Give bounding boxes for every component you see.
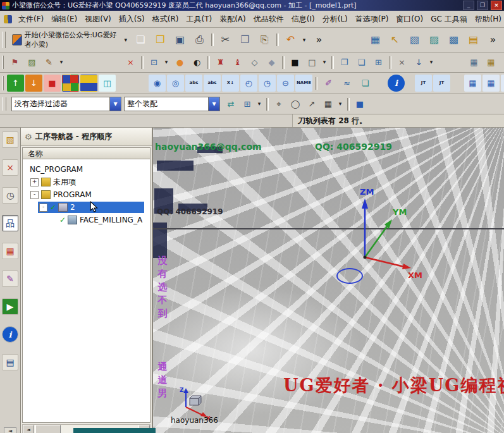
sheet-grid-icon-3[interactable]: ▦ [500, 54, 504, 70]
combo-arrow-icon[interactable]: ▼ [208, 97, 219, 111]
wireframe-cube-icon[interactable]: ◇ [247, 54, 262, 70]
close-button[interactable]: × [491, 1, 502, 10]
blue-cube-icon[interactable]: ■ [352, 97, 367, 112]
menu-item-gc-toolbox[interactable]: GC 工具箱 [427, 13, 471, 26]
window-new-icon[interactable]: ⊞ [371, 54, 386, 70]
toolbar-grip[interactable] [3, 76, 4, 90]
arrow-dropdown[interactable]: ▾ [427, 54, 436, 70]
scroll-left-button[interactable]: ◄ [23, 425, 34, 433]
operation-navigator-icon[interactable]: 品 [2, 215, 18, 231]
window-titlebar[interactable]: 小梁微信公众号：UG爱好者小梁 QQ406592919 废菜员二代 haoyua… [0, 0, 504, 11]
copy-icon[interactable]: ❐ [236, 31, 254, 49]
green-up-arrow-icon[interactable]: ↑ [7, 75, 24, 92]
info-circle-icon[interactable]: i [388, 75, 405, 92]
wave-icon[interactable]: ≈ [338, 75, 355, 92]
stamp-icon[interactable]: ⚑ [7, 54, 23, 70]
window-cascade-icon[interactable]: ❐ [336, 54, 352, 70]
selection-filter-combo[interactable]: 没有选择过滤器 ▼ [11, 97, 121, 111]
dot-grid-icon-2[interactable]: ▦ [482, 75, 500, 92]
render-sphere-icon[interactable]: ● [172, 54, 188, 70]
display-monitor-icon[interactable]: ⊡ [146, 54, 162, 70]
red-square-icon[interactable]: ■ [44, 75, 61, 92]
menu-item-window[interactable]: 窗口(O) [392, 13, 427, 26]
collapse-minus-icon[interactable]: - [30, 191, 39, 199]
overflow-chevron-icon-2[interactable]: » [484, 31, 502, 49]
open-folder-icon[interactable]: ❐ [151, 31, 169, 49]
notes-icon[interactable]: ▤ [2, 354, 18, 370]
new-file-icon[interactable]: ❏ [132, 31, 150, 49]
display-dropdown[interactable]: ▾ [162, 54, 171, 70]
save-icon[interactable]: ▣ [171, 31, 189, 49]
snap-arrow-icon[interactable]: ↗ [304, 97, 319, 112]
circle-minus-icon[interactable]: ⊖ [277, 75, 294, 92]
menu-item-tools[interactable]: 工具(T) [182, 13, 216, 26]
overflow-chevron-icon[interactable]: » [310, 31, 328, 49]
yellow-blue-square-icon[interactable] [80, 75, 97, 92]
grid-plus-icon[interactable]: ⊞ [240, 97, 255, 112]
blue-table-icon[interactable]: ▦ [366, 31, 384, 49]
red-goblet-icon[interactable]: ♜ [212, 54, 228, 70]
name-tag-icon[interactable]: NAME [295, 75, 312, 92]
undo-icon[interactable]: ↶ [281, 31, 300, 49]
window-tile-icon[interactable]: ❏ [353, 54, 369, 70]
menu-item-help[interactable]: 帮助(H) [471, 13, 504, 26]
undo-dropdown[interactable]: ▾ [300, 31, 309, 49]
combo-arrow-icon[interactable]: ▼ [109, 97, 121, 111]
gold-corner-arrow-icon[interactable]: ↖ [386, 31, 404, 49]
abs-label-icon[interactable]: abs [185, 75, 202, 92]
menu-item-view[interactable]: 视图(V) [81, 13, 115, 26]
red-goblet-icon-2[interactable]: ♝ [230, 54, 245, 70]
menu-item-insert[interactable]: 插入(S) [115, 13, 149, 26]
menu-item-preferences[interactable]: 首选项(P) [352, 13, 393, 26]
constraint-navigator-icon[interactable]: × [2, 159, 18, 176]
process-pencil-icon[interactable]: ✎ [2, 271, 18, 287]
sketch-pencil-icon[interactable]: ✎ [41, 54, 57, 70]
snap-point-icon[interactable]: ⌖ [271, 97, 286, 112]
start-menu-button[interactable]: 开始(小梁微信公众号:UG爱好者小梁) ▾ [8, 29, 131, 51]
column-header-name[interactable]: 名称 [22, 147, 151, 159]
jt-label-icon[interactable]: JT [415, 75, 432, 92]
sketch-dropdown[interactable]: ▾ [57, 54, 66, 70]
cut-scissors-icon[interactable]: ✂ [216, 31, 235, 49]
sheet-grid-icon-2[interactable]: ▦ [483, 54, 499, 70]
menu-item-assemblies[interactable]: 装配(A) [216, 13, 250, 26]
tree-row-program[interactable]: - PROGRAM [23, 188, 150, 201]
graphics-viewport[interactable]: haoyuan366@qq.com QQ: 406592919 QQ: 4066… [153, 128, 504, 433]
blue-sheet-icon[interactable]: ▧ [405, 31, 424, 49]
snap-dropdown[interactable]: ▾ [336, 97, 345, 112]
tree-row-face-milling[interactable]: ✓ FACE_MILLING_A [23, 214, 150, 226]
solid-cube-icon[interactable]: ◆ [264, 54, 280, 70]
restore-button[interactable]: ❐ [477, 1, 488, 10]
assembly-navigator-icon[interactable]: ▧ [2, 131, 18, 148]
tree-row-unused-items[interactable]: + 未用项 [23, 176, 150, 188]
teal-frame-icon[interactable]: ▨ [425, 31, 443, 49]
web-info-icon[interactable]: i [2, 326, 18, 343]
dot-grid-icon-1[interactable]: ▦ [464, 75, 481, 92]
menu-item-analysis[interactable]: 分析(L) [319, 13, 352, 26]
tree-row-nc-program[interactable]: NC_PROGRAM [23, 163, 150, 176]
minimize-button[interactable]: _ [463, 1, 474, 10]
toolbar-grip[interactable] [3, 97, 6, 111]
grid-dropdown[interactable]: ▾ [255, 97, 264, 112]
blue-ring-icon[interactable]: ◎ [167, 75, 184, 92]
blue-target-icon[interactable]: ◉ [149, 75, 166, 92]
wcs-triad[interactable]: ZM YM XM [352, 185, 460, 286]
x-column-icon[interactable]: X↓ [222, 75, 239, 92]
clock-quarter-icon[interactable]: ◴ [240, 75, 257, 92]
replay-film-icon[interactable]: ▶ [2, 298, 18, 315]
selection-scope-combo[interactable]: 整个装配 ▼ [124, 97, 220, 111]
menu-item-edit[interactable]: 编辑(E) [47, 13, 81, 26]
expand-plus-icon[interactable]: + [30, 178, 39, 186]
menu-item-file[interactable]: 文件(F) [15, 13, 47, 26]
dot-grid-icon-3[interactable]: ▦ [501, 75, 504, 92]
sheet-grid-icon-1[interactable]: ▦ [466, 54, 482, 70]
menu-item-youpin-software[interactable]: 优品软件 [250, 13, 288, 26]
toolbar-grip[interactable] [3, 56, 4, 70]
machine-tool-view-icon[interactable]: ▦ [2, 243, 18, 259]
multicolor-square-icon[interactable] [62, 75, 79, 92]
cyan-cube-icon[interactable]: ◫ [99, 75, 116, 92]
clock-quarter-icon-2[interactable]: ◷ [259, 75, 276, 92]
gray-x-icon[interactable]: × [394, 54, 410, 70]
down-arrow-icon[interactable]: ↓ [411, 54, 427, 70]
shaded-half-icon[interactable]: ◐ [189, 54, 205, 70]
